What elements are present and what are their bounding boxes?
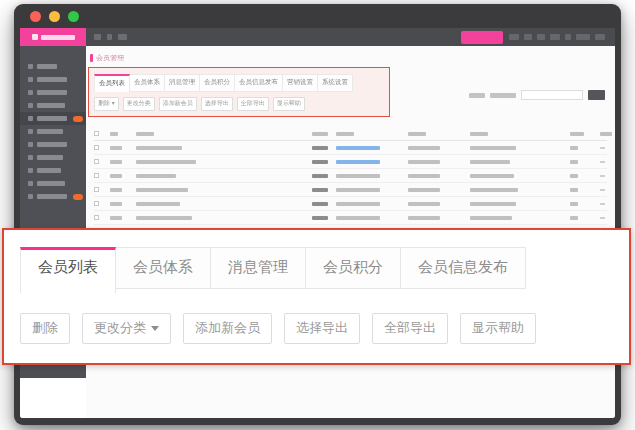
column-header-placeholder (570, 132, 584, 136)
sidebar-item (20, 112, 86, 125)
screenshot-toolbar: 删除 ▾更改分类添加新会员选择导出全部导出显示帮助 (94, 97, 384, 111)
select-all-checkbox (94, 131, 99, 136)
sidebar-item (20, 86, 86, 99)
screenshot-toolbar-button-4: 选择导出 (201, 97, 233, 111)
tab-1[interactable]: 会员列表 (20, 247, 116, 293)
table-header-row (94, 127, 607, 141)
tab-5[interactable]: 会员信息发布 (401, 247, 526, 289)
row-checkbox (94, 159, 99, 164)
cell-username (136, 216, 192, 220)
table-row (94, 197, 607, 211)
sidebar-item-label (37, 116, 67, 121)
toolbar-button-5[interactable]: 全部导出 (372, 313, 448, 344)
cell-status-dash (600, 147, 605, 149)
screenshot-tab-3: 消息管理 (165, 74, 200, 92)
column-header-placeholder (470, 132, 488, 136)
tab-4[interactable]: 会员积分 (306, 247, 401, 289)
topnav-menu-item (565, 34, 571, 40)
cell-email-link (336, 160, 380, 164)
cell-id (110, 188, 122, 192)
cell-date (408, 188, 440, 192)
cell-email (336, 188, 380, 192)
table-row (94, 155, 607, 169)
row-checkbox (94, 145, 99, 150)
cell-username (136, 188, 188, 192)
table-row (94, 211, 607, 225)
sidebar-item (20, 151, 86, 164)
cell-group (570, 188, 578, 192)
screenshot-toolbar-button-6: 显示帮助 (273, 97, 305, 111)
topnav-menu-item (576, 34, 590, 40)
cell-email (336, 202, 380, 206)
sidebar-item-label (37, 103, 65, 108)
sidebar-item (20, 164, 86, 177)
brand-logo (20, 28, 86, 46)
tab-3[interactable]: 消息管理 (211, 247, 306, 289)
sidebar-item-label (37, 194, 67, 199)
cell-username (136, 174, 176, 178)
row-checkbox (94, 173, 99, 178)
sidebar-item-label (37, 77, 67, 82)
cell-id (110, 146, 122, 150)
toolbar-button-1[interactable]: 删除 (20, 313, 70, 344)
screenshot-page-title: 会员管理 (90, 53, 607, 63)
member-tab-strip: 会员列表会员体系消息管理会员积分会员信息发布 (20, 247, 613, 293)
page-title-text: 会员管理 (96, 53, 124, 63)
toolbar-button-2[interactable]: 更改分类 (82, 313, 171, 344)
cell-date (408, 160, 440, 164)
close-window-button[interactable] (30, 11, 41, 22)
cell-detail (470, 202, 516, 206)
cell-id (110, 202, 122, 206)
sidebar-item (20, 138, 86, 151)
toolbar-button-6[interactable]: 显示帮助 (460, 313, 536, 344)
cell-points (312, 216, 328, 220)
cell-group (570, 216, 578, 220)
sidebar-item-label (37, 168, 61, 173)
cell-email (336, 216, 380, 220)
filter-label-placeholder (469, 93, 485, 98)
table-row (94, 141, 607, 155)
sidebar-badge (73, 116, 83, 122)
cell-username (136, 146, 182, 150)
sidebar-item-icon (28, 103, 33, 108)
minimize-window-button[interactable] (49, 11, 60, 22)
screenshot-tab-7: 系统设置 (318, 74, 353, 92)
screenshot-tab-4: 会员积分 (200, 74, 235, 92)
sidebar-item-icon (28, 181, 33, 186)
sidebar-item-icon (28, 194, 33, 199)
sidebar-item (20, 190, 86, 203)
cell-detail (470, 216, 512, 220)
cell-id (110, 216, 122, 220)
cell-group (570, 160, 578, 164)
tab-2[interactable]: 会员体系 (116, 247, 211, 289)
topnav-menu-item (509, 34, 519, 40)
search-input (521, 90, 583, 100)
cell-points (312, 202, 328, 206)
sidebar-item-label (37, 155, 63, 160)
title-accent-bar (90, 54, 93, 62)
cell-id (110, 174, 122, 178)
cell-status-dash (600, 217, 605, 219)
filter-dropdown-placeholder (490, 93, 516, 98)
topnav-menu-item (537, 34, 545, 40)
zoom-window-button[interactable] (68, 11, 79, 22)
toolbar-button-4[interactable]: 选择导出 (284, 313, 360, 344)
cell-detail (470, 174, 514, 178)
topnav-menu-item (595, 34, 605, 40)
brand-text-placeholder (41, 35, 75, 40)
cell-group (570, 174, 578, 178)
sidebar-item-icon (28, 116, 33, 121)
cell-email (336, 174, 380, 178)
sidebar-item-icon (28, 90, 33, 95)
toolbar-button-label: 添加新会员 (195, 319, 260, 337)
row-checkbox (94, 201, 99, 206)
screenshot-toolbar-button-3: 添加新会员 (159, 97, 197, 111)
screenshot-toolbar-button-2: 更改分类 (123, 97, 155, 111)
toolbar-button-label: 选择导出 (296, 319, 348, 337)
cell-username (136, 202, 180, 206)
cell-date (408, 146, 440, 150)
cell-points (312, 160, 328, 164)
toolbar-button-3[interactable]: 添加新会员 (183, 313, 272, 344)
cell-detail (470, 146, 516, 150)
table-row (94, 169, 607, 183)
